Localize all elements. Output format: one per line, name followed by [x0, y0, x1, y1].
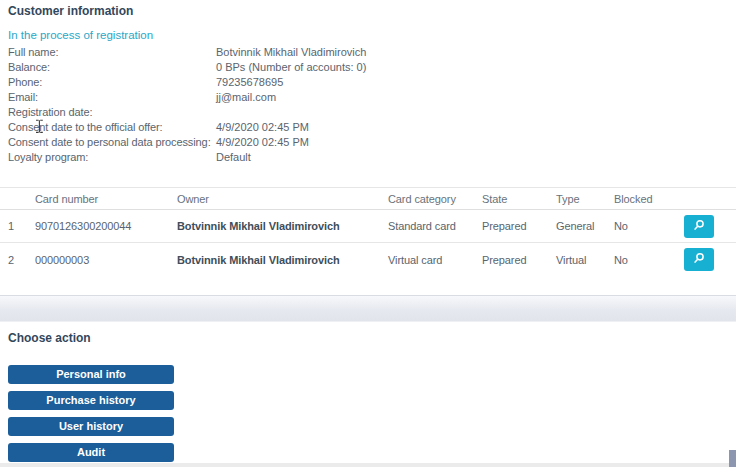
info-row-consent-offer: Consent date to the official offer: 4/9/…	[0, 120, 736, 135]
cell-state: Prepared	[482, 254, 556, 266]
info-label: Balance:	[8, 60, 50, 75]
registration-status: In the process of registration	[8, 28, 728, 43]
customer-info-list: Full name: Botvinnik Mikhail Vladimirovi…	[0, 45, 736, 165]
info-row-phone: Phone: 79235678695	[0, 75, 736, 90]
cell-card-number: 000000003	[35, 254, 177, 266]
cell-type: General	[556, 220, 614, 232]
header-card-number: Card number	[35, 193, 177, 205]
purchase-history-button[interactable]: Purchase history	[8, 391, 174, 410]
cell-card-number: 9070126300200044	[35, 220, 177, 232]
search-icon	[693, 219, 705, 234]
info-row-full-name: Full name: Botvinnik Mikhail Vladimirovi…	[0, 45, 736, 60]
table-row: 2 000000003 Botvinnik Mikhail Vladimirov…	[0, 243, 736, 276]
header-blocked: Blocked	[614, 193, 684, 205]
header-owner: Owner	[177, 193, 388, 205]
info-label: Full name:	[8, 45, 58, 60]
table-row: 1 9070126300200044 Botvinnik Mikhail Vla…	[0, 210, 736, 243]
cell-card-category: Standard card	[388, 220, 482, 232]
choose-action-title: Choose action	[0, 331, 736, 346]
info-label: Consent date to the official offer:	[8, 120, 162, 135]
info-row-consent-personal-data: Consent date to personal data processing…	[0, 135, 736, 150]
view-card-button[interactable]	[684, 215, 714, 238]
bottom-divider-strip	[0, 463, 736, 467]
info-label: Consent date to personal data processing…	[8, 135, 211, 150]
view-card-button[interactable]	[684, 248, 714, 271]
header-card-category: Card category	[388, 193, 482, 205]
header-type: Type	[556, 193, 614, 205]
cards-table: Card number Owner Card category State Ty…	[0, 187, 736, 322]
cell-blocked: No	[614, 254, 684, 266]
audit-button[interactable]: Audit	[8, 443, 174, 462]
info-value: 4/9/2020 02:45 PM	[216, 120, 309, 135]
info-row-registration-date: Registration date:	[0, 105, 736, 120]
info-row-balance: Balance: 0 BPs (Number of accounts: 0)	[0, 60, 736, 75]
info-label: Email:	[8, 90, 38, 105]
cell-owner: Botvinnik Mikhail Vladimirovich	[177, 254, 388, 266]
personal-info-button[interactable]: Personal info	[8, 365, 174, 384]
info-label: Loyalty program:	[8, 150, 88, 165]
info-value: 0 BPs (Number of accounts: 0)	[216, 60, 366, 75]
cell-state: Prepared	[482, 220, 556, 232]
info-value: Default	[216, 150, 251, 165]
page-title: Customer information	[0, 0, 736, 18]
row-index: 1	[8, 220, 35, 232]
user-history-button[interactable]: User history	[8, 417, 174, 436]
text-cursor-icon	[35, 119, 44, 136]
info-row-loyalty-program: Loyalty program: Default	[0, 150, 736, 165]
info-value: Botvinnik Mikhail Vladimirovich	[216, 45, 366, 60]
table-footer-bar	[0, 295, 736, 322]
info-label: Phone:	[8, 75, 42, 90]
scrollbar-thumb[interactable]	[729, 450, 736, 467]
info-label: Registration date:	[8, 105, 92, 120]
cell-blocked: No	[614, 220, 684, 232]
cell-actions	[684, 248, 736, 271]
cell-owner: Botvinnik Mikhail Vladimirovich	[177, 220, 388, 232]
info-value: 4/9/2020 02:45 PM	[216, 135, 309, 150]
cell-type: Virtual	[556, 254, 614, 266]
info-row-email: Email: jj@mail.com	[0, 90, 736, 105]
header-state: State	[482, 193, 556, 205]
cell-card-category: Virtual card	[388, 254, 482, 266]
info-value: 79235678695	[216, 75, 283, 90]
actions-list: Personal info Purchase history User hist…	[0, 365, 736, 462]
row-index: 2	[8, 254, 35, 266]
info-value: jj@mail.com	[216, 90, 276, 105]
table-empty-space	[0, 276, 736, 295]
cell-actions	[684, 215, 736, 238]
search-icon	[693, 252, 705, 267]
cards-table-header: Card number Owner Card category State Ty…	[0, 188, 736, 210]
